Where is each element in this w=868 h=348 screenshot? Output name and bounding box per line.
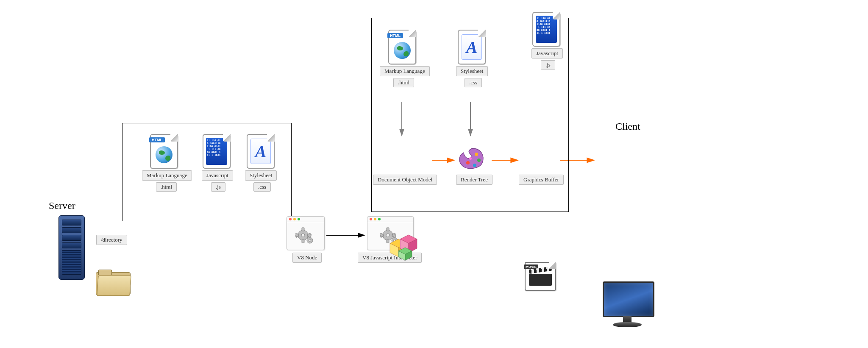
svg-rect-8	[302, 239, 304, 243]
svg-point-39	[466, 161, 470, 164]
svg-point-43	[469, 157, 472, 160]
svg-point-42	[475, 153, 478, 156]
client-monitor-icon	[600, 281, 654, 331]
globe-icon	[156, 146, 172, 163]
svg-point-41	[477, 159, 481, 162]
render-tree-label: Render Tree	[456, 175, 492, 185]
graphics-buffer-icon: MOVIE	[525, 262, 556, 291]
client-heading: Client	[615, 121, 640, 132]
binary-icon: 11 110 01 0 1001110 1100 0101 1 111 00 0…	[206, 138, 227, 165]
server-js-title: Javascript	[202, 170, 233, 181]
server-html-file-icon: HTML	[150, 134, 178, 169]
svg-rect-19	[387, 228, 389, 231]
client-js-title: Javascript	[531, 48, 563, 58]
server-css-ext: .css	[253, 182, 271, 192]
svg-point-17	[309, 239, 311, 242]
client-html-ext: .html	[393, 78, 414, 87]
server-css-title: Stylesheet	[245, 170, 277, 181]
binary-icon: 11 110 01 0 1001110 1100 0101 1 111 00 0…	[536, 16, 557, 43]
directory-folder-icon	[96, 270, 130, 294]
client-js-ext: .js	[541, 60, 555, 70]
client-css-file-icon: A	[458, 30, 486, 64]
graphics-buffer-label: Graphics Buffer	[519, 175, 564, 185]
dom-icon	[386, 231, 419, 261]
server-html-title: Markup Language	[142, 170, 192, 181]
gear-icon	[295, 227, 316, 245]
dom-label: Document Object Model	[373, 175, 437, 185]
svg-point-15	[301, 234, 305, 237]
font-a-icon: A	[250, 139, 271, 164]
server-js-file-icon: 11 110 01 0 1001110 1100 0101 1 111 00 0…	[203, 134, 231, 169]
server-html-ext: .html	[156, 182, 177, 192]
font-a-icon: A	[462, 34, 482, 60]
svg-rect-7	[302, 228, 304, 231]
client-html-file-icon: HTML	[388, 30, 416, 64]
client-css-ext: .css	[465, 78, 482, 87]
render-tree-icon	[457, 146, 487, 171]
v8-node-label: V8 Node	[292, 253, 322, 263]
server-js-ext: .js	[211, 182, 225, 192]
architecture-diagram: Server Client /directory HTML Markup Lan…	[0, 0, 868, 348]
svg-point-40	[473, 164, 476, 167]
server-css-file-icon: A	[247, 134, 275, 169]
directory-label: /directory	[96, 235, 127, 245]
server-icon	[55, 215, 89, 279]
client-js-file-icon: 11 110 01 0 1001110 1100 0101 1 111 00 0…	[532, 12, 560, 47]
v8-node-icon	[287, 216, 325, 250]
server-heading: Server	[49, 200, 75, 212]
client-html-title: Markup Language	[380, 66, 430, 76]
client-css-title: Stylesheet	[456, 66, 488, 76]
globe-icon	[394, 42, 411, 59]
